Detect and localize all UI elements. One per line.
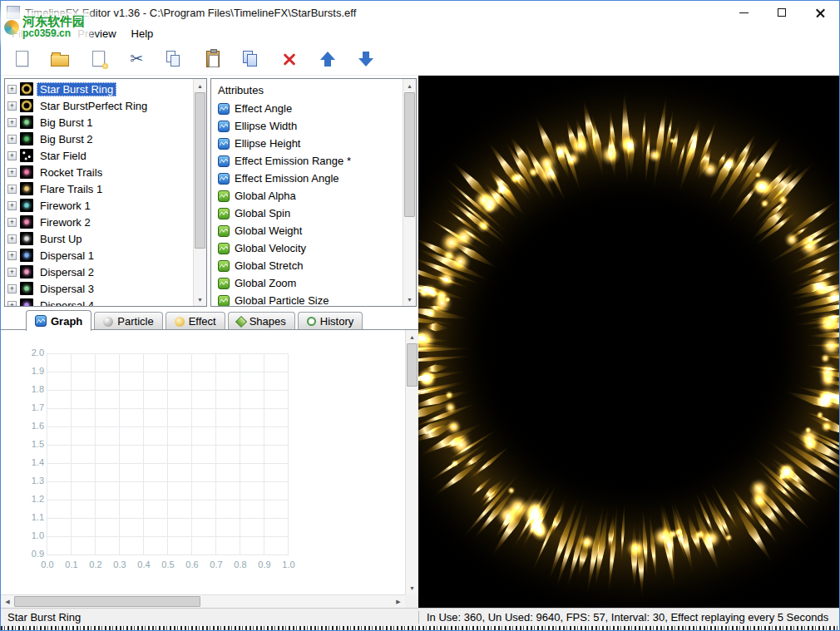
expand-icon[interactable] (7, 168, 17, 177)
expand-icon[interactable] (7, 251, 17, 260)
effect-thumbnail-icon (20, 199, 33, 212)
status-stats: In Use: 360, Un Used: 9640, FPS: 57, Int… (427, 611, 828, 624)
move-up-button[interactable] (317, 47, 338, 71)
expand-icon[interactable] (7, 135, 17, 144)
tab-shapes[interactable]: Shapes (228, 312, 295, 330)
clone-button[interactable] (240, 47, 262, 71)
expand-icon[interactable] (7, 218, 17, 227)
scroll-up-arrow[interactable]: ▲ (403, 79, 416, 92)
x-axis-tick: 0.8 (232, 560, 249, 569)
effect-preview-panel[interactable] (418, 76, 839, 608)
tab-particle[interactable]: Particle (94, 312, 162, 330)
scroll-up-arrow[interactable]: ▲ (406, 330, 418, 343)
scroll-up-arrow[interactable]: ▲ (194, 79, 206, 92)
effect-thumbnail-icon (20, 82, 33, 96)
attribute-item[interactable]: Global Zoom (211, 274, 416, 292)
expand-icon[interactable] (7, 284, 17, 293)
tab-label: Shapes (250, 315, 286, 328)
expand-icon[interactable] (7, 85, 17, 94)
menu-help[interactable]: Help (124, 26, 161, 42)
delete-button[interactable] (279, 47, 300, 71)
attribute-label: Effect Emission Angle (235, 172, 339, 185)
effect-thumbnail-icon (20, 99, 33, 112)
graph-scrollbar-horizontal[interactable]: ◀ ▶ (1, 594, 405, 608)
tree-item[interactable]: Firework 1 (5, 197, 195, 214)
attribute-item[interactable]: Global Alpha (211, 187, 416, 205)
scroll-left-arrow[interactable]: ◀ (1, 595, 14, 608)
attribute-item[interactable]: Global Velocity (211, 239, 416, 257)
expand-icon[interactable] (7, 234, 17, 244)
attribute-item[interactable]: Effect Emission Range * (211, 152, 416, 170)
expand-icon[interactable] (7, 185, 17, 194)
tree-item[interactable]: Dispersal 3 (5, 280, 195, 297)
tree-item[interactable]: Big Burst 1 (5, 114, 195, 131)
tree-scrollbar[interactable]: ▲ ▼ (193, 79, 206, 306)
app-window: TimelineFX Editor v1.36 - C:\Program Fil… (0, 0, 840, 631)
scroll-down-arrow[interactable]: ▼ (194, 293, 206, 306)
move-down-button[interactable] (355, 47, 377, 71)
panels-row: Star Burst Ring Star BurstPerfect Ring B… (1, 76, 418, 308)
effects-tree-panel: Star Burst Ring Star BurstPerfect Ring B… (4, 78, 207, 307)
expand-icon[interactable] (7, 268, 17, 277)
attribute-label: Global Particle Size (235, 294, 329, 307)
close-button[interactable] (801, 1, 839, 24)
tree-item[interactable]: Star Field (5, 147, 195, 164)
tree-item-label: Firework 2 (37, 215, 94, 229)
attribute-item[interactable]: Global Weight (211, 222, 416, 239)
tree-item[interactable]: Dispersal 2 (5, 264, 195, 280)
tab-graph[interactable]: Graph (26, 310, 91, 331)
expand-icon[interactable] (7, 101, 17, 111)
attribute-item[interactable]: Ellipse Height (211, 135, 416, 152)
attribute-label: Global Velocity (235, 242, 306, 254)
attribute-item[interactable]: Ellipse Width (211, 117, 416, 135)
graph-scrollbar-vertical[interactable]: ▲ ▼ (405, 330, 418, 594)
scroll-right-arrow[interactable]: ▶ (392, 595, 405, 608)
tree-item[interactable]: Firework 2 (5, 214, 195, 230)
tab-effect[interactable]: Effect (166, 312, 225, 330)
expand-icon[interactable] (7, 301, 17, 308)
open-library-button[interactable] (49, 47, 71, 71)
tree-item[interactable]: Burst Up (5, 230, 195, 247)
tree-item[interactable]: Star Burst Ring (5, 81, 195, 97)
paste-button[interactable] (202, 47, 224, 71)
attributes-panel: Attributes Effect Angle Ellipse Width El… (210, 78, 417, 307)
expand-icon[interactable] (7, 151, 17, 160)
attribute-item[interactable]: Effect Angle (211, 100, 416, 117)
attribute-item[interactable]: Global Stretch (211, 257, 416, 274)
effect-thumbnail-icon (20, 282, 33, 295)
x-axis-tick: 0.1 (63, 560, 80, 569)
attributes-scrollbar[interactable]: ▲ ▼ (403, 79, 416, 306)
effect-preview-canvas[interactable] (418, 76, 839, 608)
tree-item[interactable]: Rocket Trails (5, 164, 195, 180)
scrollbar-thumb[interactable] (195, 92, 205, 249)
tree-item[interactable]: Big Burst 2 (5, 131, 195, 147)
maximize-button[interactable] (763, 1, 801, 24)
tree-item[interactable]: Flare Trails 1 (5, 180, 195, 197)
scrollbar-thumb[interactable] (407, 343, 418, 387)
minimize-button[interactable] (724, 1, 763, 24)
save-library-button[interactable] (87, 47, 109, 71)
scroll-down-arrow[interactable]: ▼ (406, 581, 418, 594)
graph-tab-icon (35, 315, 47, 327)
graph-plot-area[interactable] (47, 353, 289, 555)
scroll-down-arrow[interactable]: ▼ (403, 293, 416, 306)
x-axis-tick: 0.4 (136, 560, 152, 569)
y-axis-tick: 1.4 (22, 457, 44, 467)
tree-item[interactable]: Dispersal 4 (5, 297, 195, 307)
scrollbar-thumb[interactable] (404, 92, 415, 217)
tree-item[interactable]: Star BurstPerfect Ring (5, 97, 195, 114)
expand-icon[interactable] (7, 201, 17, 210)
scrollbar-thumb[interactable] (14, 596, 200, 607)
cut-button[interactable]: ✂ (126, 47, 147, 71)
cropped-text-strip (1, 626, 839, 630)
attribute-label: Global Spin (235, 207, 290, 219)
attribute-item[interactable]: Effect Emission Angle (211, 170, 416, 187)
tab-history[interactable]: History (298, 312, 363, 330)
attribute-item[interactable]: Global Particle Size (211, 292, 416, 307)
copy-button[interactable] (164, 47, 185, 71)
expand-icon[interactable] (7, 118, 17, 127)
tree-item-label: Big Burst 1 (37, 116, 96, 130)
tree-item[interactable]: Dispersal 1 (5, 247, 195, 264)
new-library-button[interactable] (11, 47, 32, 71)
attribute-item[interactable]: Global Spin (211, 205, 416, 222)
